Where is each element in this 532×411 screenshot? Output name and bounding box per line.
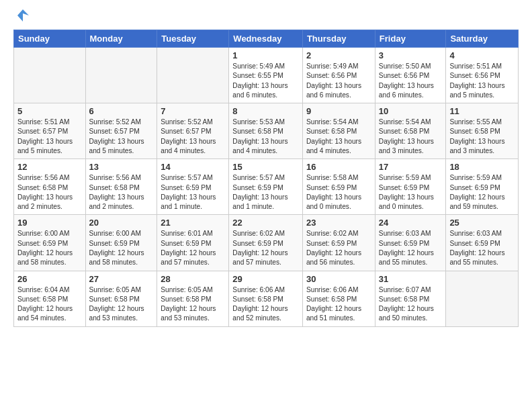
day-number: 22 [232,218,299,228]
calendar-cell: 3Sunrise: 5:50 AM Sunset: 6:56 PM Daylig… [375,48,446,103]
day-header-sunday: Sunday [14,30,86,48]
day-number: 3 [379,50,443,60]
day-number: 12 [17,162,82,172]
calendar-cell: 23Sunrise: 6:02 AM Sunset: 6:59 PM Dayli… [302,215,375,271]
day-info: Sunrise: 5:52 AM Sunset: 6:57 PM Dayligh… [89,118,154,156]
day-number: 23 [306,218,371,228]
day-info: Sunrise: 6:03 AM Sunset: 6:59 PM Dayligh… [449,229,515,267]
day-info: Sunrise: 5:51 AM Sunset: 6:57 PM Dayligh… [17,118,82,156]
calendar-cell: 11Sunrise: 5:55 AM Sunset: 6:58 PM Dayli… [446,103,519,159]
calendar-cell: 27Sunrise: 6:05 AM Sunset: 6:58 PM Dayli… [85,271,157,326]
calendar-cell: 21Sunrise: 6:01 AM Sunset: 6:59 PM Dayli… [157,215,229,271]
day-info: Sunrise: 6:01 AM Sunset: 6:59 PM Dayligh… [161,229,225,267]
calendar-cell: 25Sunrise: 6:03 AM Sunset: 6:59 PM Dayli… [446,215,519,271]
calendar-cell: 15Sunrise: 5:57 AM Sunset: 6:59 PM Dayli… [229,159,303,215]
day-info: Sunrise: 6:02 AM Sunset: 6:59 PM Dayligh… [306,229,371,267]
day-info: Sunrise: 6:03 AM Sunset: 6:59 PM Dayligh… [379,229,443,267]
day-info: Sunrise: 5:58 AM Sunset: 6:59 PM Dayligh… [306,173,371,212]
day-info: Sunrise: 6:06 AM Sunset: 6:58 PM Dayligh… [232,285,299,324]
day-number: 20 [89,218,154,228]
calendar-cell: 24Sunrise: 6:03 AM Sunset: 6:59 PM Dayli… [375,215,446,271]
calendar-cell: 16Sunrise: 5:58 AM Sunset: 6:59 PM Dayli… [302,159,375,215]
day-info: Sunrise: 5:59 AM Sunset: 6:59 PM Dayligh… [449,173,515,212]
calendar-week-4: 19Sunrise: 6:00 AM Sunset: 6:59 PM Dayli… [14,215,519,271]
day-number: 8 [232,106,299,116]
day-number: 5 [17,106,82,116]
calendar-week-5: 26Sunrise: 6:04 AM Sunset: 6:58 PM Dayli… [14,271,519,326]
day-info: Sunrise: 5:57 AM Sunset: 6:59 PM Dayligh… [232,173,299,212]
day-number: 25 [449,218,515,228]
day-info: Sunrise: 6:05 AM Sunset: 6:58 PM Dayligh… [89,285,154,324]
logo-icon [15,8,30,23]
day-number: 19 [17,218,82,228]
calendar-cell [14,48,86,103]
calendar-cell: 1Sunrise: 5:49 AM Sunset: 6:55 PM Daylig… [229,48,303,103]
day-header-friday: Friday [375,30,446,48]
day-number: 27 [89,274,154,284]
day-number: 13 [89,162,154,172]
day-header-monday: Monday [85,30,157,48]
day-info: Sunrise: 6:07 AM Sunset: 6:58 PM Dayligh… [379,285,443,324]
day-number: 21 [161,218,225,228]
calendar-cell: 17Sunrise: 5:59 AM Sunset: 6:59 PM Dayli… [375,159,446,215]
day-info: Sunrise: 5:56 AM Sunset: 6:58 PM Dayligh… [17,173,82,212]
day-number: 29 [232,274,299,284]
calendar-week-1: 1Sunrise: 5:49 AM Sunset: 6:55 PM Daylig… [14,48,519,103]
day-info: Sunrise: 5:54 AM Sunset: 6:58 PM Dayligh… [379,118,443,156]
calendar-cell: 31Sunrise: 6:07 AM Sunset: 6:58 PM Dayli… [375,271,446,326]
calendar-cell [85,48,157,103]
day-number: 26 [17,274,82,284]
day-number: 24 [379,218,443,228]
day-number: 28 [161,274,225,284]
calendar-cell: 26Sunrise: 6:04 AM Sunset: 6:58 PM Dayli… [14,271,86,326]
day-info: Sunrise: 6:00 AM Sunset: 6:59 PM Dayligh… [17,229,82,267]
calendar-cell: 18Sunrise: 5:59 AM Sunset: 6:59 PM Dayli… [446,159,519,215]
day-number: 10 [379,106,443,116]
day-header-saturday: Saturday [446,30,519,48]
calendar-week-3: 12Sunrise: 5:56 AM Sunset: 6:58 PM Dayli… [14,159,519,215]
day-number: 4 [449,50,515,60]
day-number: 17 [379,162,443,172]
day-info: Sunrise: 6:06 AM Sunset: 6:58 PM Dayligh… [306,285,371,324]
calendar-cell: 30Sunrise: 6:06 AM Sunset: 6:58 PM Dayli… [302,271,375,326]
calendar-cell: 5Sunrise: 5:51 AM Sunset: 6:57 PM Daylig… [14,103,86,159]
day-info: Sunrise: 5:56 AM Sunset: 6:58 PM Dayligh… [89,173,154,212]
calendar-cell [446,271,519,326]
calendar-header-row: SundayMondayTuesdayWednesdayThursdayFrid… [14,30,519,48]
day-number: 14 [161,162,225,172]
day-number: 15 [232,162,299,172]
day-info: Sunrise: 5:59 AM Sunset: 6:59 PM Dayligh… [379,173,443,212]
day-info: Sunrise: 5:54 AM Sunset: 6:58 PM Dayligh… [306,118,371,156]
day-info: Sunrise: 6:05 AM Sunset: 6:58 PM Dayligh… [161,285,225,324]
calendar-table: SundayMondayTuesdayWednesdayThursdayFrid… [13,30,519,327]
day-number: 1 [232,50,299,60]
day-header-thursday: Thursday [302,30,375,48]
page-header [13,13,519,23]
day-info: Sunrise: 5:55 AM Sunset: 6:58 PM Dayligh… [449,118,515,156]
calendar-cell: 6Sunrise: 5:52 AM Sunset: 6:57 PM Daylig… [85,103,157,159]
day-number: 9 [306,106,371,116]
calendar-cell: 13Sunrise: 5:56 AM Sunset: 6:58 PM Dayli… [85,159,157,215]
day-info: Sunrise: 5:49 AM Sunset: 6:56 PM Dayligh… [306,62,371,100]
day-header-wednesday: Wednesday [229,30,303,48]
day-number: 6 [89,106,154,116]
day-number: 18 [449,162,515,172]
calendar-cell: 20Sunrise: 6:00 AM Sunset: 6:59 PM Dayli… [85,215,157,271]
day-info: Sunrise: 5:57 AM Sunset: 6:59 PM Dayligh… [161,173,225,212]
day-info: Sunrise: 5:52 AM Sunset: 6:57 PM Dayligh… [161,118,225,156]
day-header-tuesday: Tuesday [157,30,229,48]
day-info: Sunrise: 6:00 AM Sunset: 6:59 PM Dayligh… [89,229,154,267]
calendar-cell: 12Sunrise: 5:56 AM Sunset: 6:58 PM Dayli… [14,159,86,215]
calendar-cell: 14Sunrise: 5:57 AM Sunset: 6:59 PM Dayli… [157,159,229,215]
calendar-week-2: 5Sunrise: 5:51 AM Sunset: 6:57 PM Daylig… [14,103,519,159]
calendar-cell: 4Sunrise: 5:51 AM Sunset: 6:56 PM Daylig… [446,48,519,103]
calendar-cell: 8Sunrise: 5:53 AM Sunset: 6:58 PM Daylig… [229,103,303,159]
calendar-cell: 9Sunrise: 5:54 AM Sunset: 6:58 PM Daylig… [302,103,375,159]
day-info: Sunrise: 5:49 AM Sunset: 6:55 PM Dayligh… [232,62,299,100]
calendar-cell: 19Sunrise: 6:00 AM Sunset: 6:59 PM Dayli… [14,215,86,271]
calendar-cell: 29Sunrise: 6:06 AM Sunset: 6:58 PM Dayli… [229,271,303,326]
day-number: 11 [449,106,515,116]
day-number: 31 [379,274,443,284]
day-info: Sunrise: 5:51 AM Sunset: 6:56 PM Dayligh… [449,62,515,100]
calendar-cell: 10Sunrise: 5:54 AM Sunset: 6:58 PM Dayli… [375,103,446,159]
